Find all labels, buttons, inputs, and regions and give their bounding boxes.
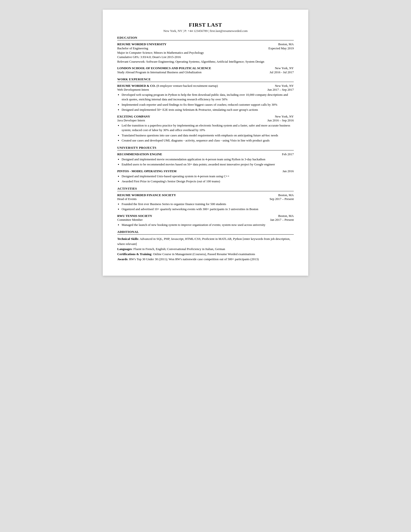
- rwfs-date: Sep 2017 – Present: [270, 197, 294, 201]
- tennis-bullet-1: Managed the launch of new booking system…: [121, 222, 294, 227]
- pintos-date: Jan 2016: [282, 169, 294, 173]
- ec-sub-row: Java Developer Intern Jun 2016 – Sep 201…: [117, 118, 294, 122]
- rw-location: New York, NY: [275, 84, 294, 88]
- work-entry-rw: RESUME WORDED & CO. (8 employee venture-…: [117, 84, 294, 112]
- certifications-text: : Online Course in Management (Coursera)…: [151, 252, 255, 256]
- pintos-bullet-2: Awarded First Prize in Computing's Senio…: [121, 179, 294, 184]
- re-bullets: Designed and implemented movie recommend…: [121, 157, 294, 167]
- ec-bullet-3: Created use cases and developed UML diag…: [121, 138, 294, 143]
- rwu-location: Boston, MA: [278, 42, 294, 46]
- resume-document: FIRST LAST New York, NY | P: +44 1234567…: [103, 10, 308, 276]
- rw-org-name: RESUME WORDED & CO. (8 employee venture-…: [117, 84, 218, 88]
- additional-certifications: Certifications & Training: Online Course…: [117, 252, 294, 257]
- languages-text: : Fluent in French, English; Conversatio…: [132, 247, 225, 251]
- rw-bullets: Developed web scraping program in Python…: [121, 92, 294, 112]
- rwfs-location: Boston, MA: [278, 193, 294, 197]
- awards-label: Awards: [117, 257, 127, 261]
- rw-bullet-3: Designed and implemented 50+ E2E tests u…: [121, 107, 294, 112]
- pintos-bullet-1: Designed and implemented Unix-based oper…: [121, 174, 294, 179]
- projects-section: UNIVERSITY PROJECTS RECOMMENDATION ENGIN…: [117, 146, 294, 184]
- project-entry-re: RECOMMENDATION ENGINE Feb 2017 Designed …: [117, 152, 294, 167]
- re-bullet-1: Designed and implemented movie recommend…: [121, 157, 294, 162]
- education-entry-lse: LONDON SCHOOL OF ECONOMICS AND POLITICAL…: [117, 66, 294, 75]
- skills-label: Technical Skills: [117, 237, 138, 241]
- ec-role: Java Developer Intern: [117, 118, 145, 122]
- re-date: Feb 2017: [282, 152, 294, 156]
- lse-sub-row: Study Abroad Program in International Bu…: [117, 70, 294, 75]
- resume-header: FIRST LAST New York, NY | P: +44 1234567…: [117, 22, 294, 33]
- tennis-role: Committee Member: [117, 218, 143, 222]
- rwu-org-name: RESUME WORDED UNIVERSITY: [117, 42, 166, 46]
- rwu-sub-row: Bachelor of Engineering Expected May 201…: [117, 46, 294, 50]
- tennis-org-name: RWU TENNIS SOCIETY: [117, 214, 152, 218]
- pintos-header-row: PINTOS - MODEL OPERATING SYSTEM Jan 2016: [117, 169, 294, 173]
- project-entry-pintos: PINTOS - MODEL OPERATING SYSTEM Jan 2016…: [117, 169, 294, 184]
- ec-bullet-1: Led the transition to a paperless practi…: [121, 123, 294, 133]
- candidate-contact: New York, NY | P: +44 123456789 | first.…: [117, 29, 294, 33]
- rwu-major: Major in Computer Science; Minors in Mat…: [117, 50, 294, 55]
- rwu-degree: Bachelor of Engineering: [117, 46, 148, 50]
- rw-org-suffix: (8 employee venture-backed recruitment s…: [156, 84, 218, 87]
- ec-org-name: EXCITING COMPANY: [117, 115, 150, 118]
- skills-text: : Advanced in SQL, PHP, Javascript, HTML…: [117, 237, 290, 246]
- tennis-bullets: Managed the launch of new booking system…: [121, 222, 294, 227]
- lse-header-row: LONDON SCHOOL OF ECONOMICS AND POLITICAL…: [117, 66, 294, 70]
- additional-skills: Technical Skills: Advanced in SQL, PHP, …: [117, 237, 294, 247]
- rwfs-bullet-1: Founded the first ever Business Series t…: [121, 202, 294, 207]
- re-header-row: RECOMMENDATION ENGINE Feb 2017: [117, 152, 294, 156]
- ec-bullet-2: Translated business questions into use c…: [121, 133, 294, 138]
- activities-section: ACTIVITIES RESUME WORDED FINANCE SOCIETY…: [117, 187, 294, 227]
- certifications-label: Certifications & Training: [117, 252, 151, 256]
- rwu-date: Expected May 2019: [268, 47, 294, 50]
- re-org-name: RECOMMENDATION ENGINE: [117, 152, 162, 156]
- ec-bullets: Led the transition to a paperless practi…: [121, 123, 294, 143]
- rw-bullet-2: Implemented crash reporter and used find…: [121, 102, 294, 107]
- rwu-coursework: Relevant Coursework: Software Engineerin…: [117, 59, 294, 64]
- education-entry-rwu: RESUME WORDED UNIVERSITY Boston, MA Bach…: [117, 42, 294, 64]
- additional-section-title: ADDITIONAL: [117, 230, 294, 235]
- work-experience-section: WORK EXPERIENCE RESUME WORDED & CO. (8 e…: [117, 77, 294, 143]
- tennis-sub-row: Committee Member Jan 2017 – Present: [117, 218, 294, 222]
- work-entry-ec: EXCITING COMPANY New York, NY Java Devel…: [117, 115, 294, 143]
- ec-date: Jun 2016 – Sep 2016: [267, 118, 294, 122]
- projects-section-title: UNIVERSITY PROJECTS: [117, 146, 294, 150]
- rw-bullet-1: Developed web scraping program in Python…: [121, 92, 294, 102]
- rw-role: Web Development Intern: [117, 88, 149, 92]
- re-bullet-2: Enabled users to be recommended movies b…: [121, 162, 294, 167]
- activity-entry-rwfs: RESUME WORDED FINANCE SOCIETY Boston, MA…: [117, 193, 294, 212]
- additional-section: ADDITIONAL Technical Skills: Advanced in…: [117, 230, 294, 262]
- rwfs-role: Head of Events: [117, 197, 137, 201]
- lse-program: Study Abroad Program in International Bu…: [117, 70, 201, 75]
- rwu-header-row: RESUME WORDED UNIVERSITY Boston, MA: [117, 42, 294, 46]
- lse-date: Jul 2016 - Jul 2017: [270, 70, 294, 74]
- rw-date: Jun 2017 – Sep 2017: [267, 88, 294, 92]
- activities-section-title: ACTIVITIES: [117, 187, 294, 191]
- education-section: EDUCATION RESUME WORDED UNIVERSITY Bosto…: [117, 36, 294, 75]
- rwfs-sub-row: Head of Events Sep 2017 – Present: [117, 197, 294, 201]
- additional-languages: Languages: Fluent in French, English; Co…: [117, 247, 294, 252]
- ec-header-row: EXCITING COMPANY New York, NY: [117, 115, 294, 118]
- awards-text: : RW's Top 30 Under 30 (2011); Won RW's …: [127, 257, 259, 261]
- tennis-header-row: RWU TENNIS SOCIETY Boston, MA: [117, 214, 294, 218]
- rw-header-row: RESUME WORDED & CO. (8 employee venture-…: [117, 84, 294, 88]
- lse-org-name: LONDON SCHOOL OF ECONOMICS AND POLITICAL…: [117, 66, 211, 70]
- activity-entry-tennis: RWU TENNIS SOCIETY Boston, MA Committee …: [117, 214, 294, 227]
- tennis-location: Boston, MA: [278, 214, 294, 218]
- rwfs-org-name: RESUME WORDED FINANCE SOCIETY: [117, 193, 176, 197]
- ec-location: New York, NY: [275, 115, 294, 118]
- work-section-title: WORK EXPERIENCE: [117, 77, 294, 82]
- additional-awards: Awards: RW's Top 30 Under 30 (2011); Won…: [117, 257, 294, 262]
- pintos-org-name: PINTOS - MODEL OPERATING SYSTEM: [117, 169, 177, 173]
- rw-sub-row: Web Development Intern Jun 2017 – Sep 20…: [117, 88, 294, 92]
- lse-location: New York, NY: [275, 66, 294, 70]
- rwu-gpa: Cumulative GPA: 3.93/4.0; Dean's List 20…: [117, 55, 294, 59]
- candidate-name: FIRST LAST: [117, 22, 294, 28]
- education-section-title: EDUCATION: [117, 36, 294, 40]
- rwfs-header-row: RESUME WORDED FINANCE SOCIETY Boston, MA: [117, 193, 294, 197]
- tennis-date: Jan 2017 – Present: [270, 218, 294, 222]
- rwfs-bullets: Founded the first ever Business Series t…: [121, 202, 294, 212]
- pintos-bullets: Designed and implemented Unix-based oper…: [121, 174, 294, 184]
- languages-label: Languages: [117, 247, 132, 251]
- rwfs-bullet-2: Organized and advertised 10+ quarterly n…: [121, 207, 294, 212]
